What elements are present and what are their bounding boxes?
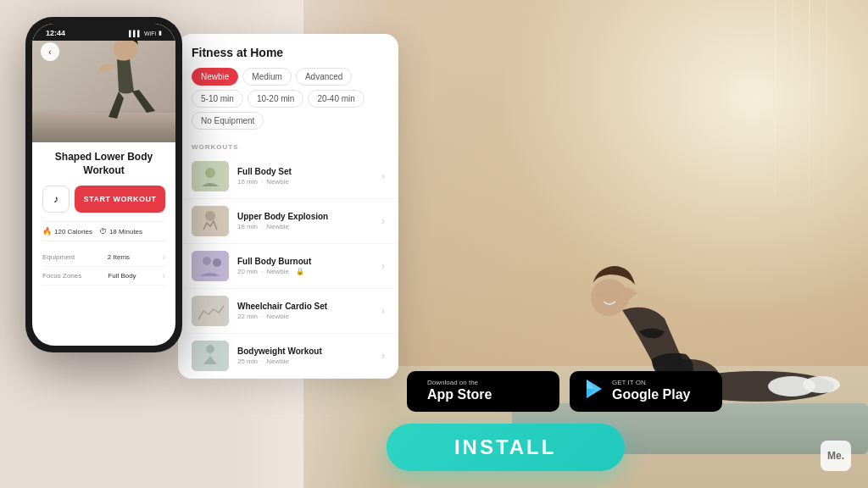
svg-rect-16 bbox=[192, 296, 229, 326]
workout-info-5: Bodyweight Workout 25 min · Newbie bbox=[237, 347, 373, 365]
calories-stat: 🔥 120 Calories bbox=[42, 227, 92, 236]
workout-dot-5: · bbox=[261, 358, 263, 365]
workout-meta-4: 22 min · Newbie bbox=[237, 313, 373, 320]
phone-workout-content: Shaped Lower Body Workout ♪ START WORKOU… bbox=[32, 142, 175, 294]
workout-duration-4: 22 min bbox=[237, 313, 258, 320]
workout-meta-2: 18 min · Newbie bbox=[237, 223, 373, 230]
workout-dot-3: · bbox=[261, 268, 263, 275]
app-panel: Fitness at Home Newbie Medium Advanced 5… bbox=[178, 34, 398, 379]
workout-name-5: Bodyweight Workout bbox=[237, 347, 373, 356]
download-section: Download on the App Store GET IT ON Goog… bbox=[407, 371, 722, 412]
equipment-row[interactable]: Equipment 2 Items › bbox=[42, 248, 165, 267]
workout-thumb-5 bbox=[192, 341, 229, 371]
workout-thumb-2 bbox=[192, 206, 229, 236]
phone-hero-overlay bbox=[32, 108, 175, 142]
filter-pill-newbie[interactable]: Newbie bbox=[192, 68, 238, 86]
fire-icon: 🔥 bbox=[42, 227, 52, 236]
equipment-arrow-icon: › bbox=[163, 252, 165, 262]
filter-pills-container: Newbie Medium Advanced 5-10 min 10-20 mi… bbox=[192, 68, 385, 130]
workout-name-2: Upper Body Explosion bbox=[237, 212, 373, 221]
app-panel-title: Fitness at Home bbox=[192, 46, 385, 59]
workout-arrow-5: › bbox=[381, 350, 385, 362]
google-play-button[interactable]: GET IT ON Google Play bbox=[570, 371, 722, 412]
workout-info-1: Full Body Set 16 min · Newbie bbox=[237, 167, 373, 186]
workout-arrow-3: › bbox=[381, 260, 385, 272]
focus-zones-value: Full Body bbox=[108, 272, 136, 280]
phone-hero-image: ‹ bbox=[32, 24, 175, 142]
filter-pill-20-40[interactable]: 20-40 min bbox=[308, 90, 364, 108]
workout-level-2: Newbie bbox=[266, 223, 289, 230]
workouts-section-label: WORKOUTS bbox=[178, 138, 398, 154]
workout-arrow-1: › bbox=[381, 170, 385, 182]
google-play-icon bbox=[583, 378, 605, 405]
google-play-name-text: Google Play bbox=[612, 386, 690, 402]
phone-status-icons: ▌▌▌ WiFi ▮ bbox=[129, 30, 162, 36]
workout-duration-3: 20 min bbox=[237, 268, 258, 275]
start-workout-button[interactable]: START WORKOUT bbox=[75, 186, 165, 213]
workout-dot-1: · bbox=[261, 178, 263, 186]
workout-duration-1: 16 min bbox=[237, 178, 258, 186]
phone-time: 12:44 bbox=[46, 29, 65, 37]
workout-meta-5: 25 min · Newbie bbox=[237, 358, 373, 365]
workout-name-3: Full Body Burnout bbox=[237, 257, 373, 266]
workout-dot-2: · bbox=[261, 223, 263, 230]
workout-item-2[interactable]: Upper Body Explosion 18 min · Newbie › bbox=[178, 199, 398, 244]
workout-arrow-4: › bbox=[381, 305, 385, 317]
equipment-label: Equipment bbox=[42, 253, 75, 261]
focus-zones-row[interactable]: Focus Zones Full Body › bbox=[42, 267, 165, 286]
filter-pill-medium[interactable]: Medium bbox=[242, 68, 292, 86]
wifi-icon: WiFi bbox=[144, 30, 156, 36]
workout-name-1: Full Body Set bbox=[237, 167, 373, 176]
battery-icon: ▮ bbox=[159, 30, 162, 36]
svg-rect-13 bbox=[192, 251, 229, 281]
workout-list: Full Body Set 16 min · Newbie › Upper Bo… bbox=[178, 154, 398, 379]
svg-point-10 bbox=[205, 168, 215, 178]
phone-notch bbox=[79, 24, 130, 37]
svg-point-12 bbox=[205, 211, 215, 221]
app-store-button[interactable]: Download on the App Store bbox=[407, 371, 559, 412]
app-store-text: Download on the App Store bbox=[427, 380, 492, 402]
duration-stat: ⏱ 18 Minutes bbox=[99, 227, 142, 236]
workout-info-4: Wheelchair Cardio Set 22 min · Newbie bbox=[237, 302, 373, 320]
filter-pill-no-equipment[interactable]: No Equipment bbox=[192, 112, 264, 130]
workout-duration-5: 25 min bbox=[237, 358, 258, 365]
install-button[interactable]: INSTALL bbox=[387, 424, 625, 471]
calories-value: 120 Calories bbox=[54, 228, 92, 236]
duration-value: 18 Minutes bbox=[109, 228, 142, 236]
workout-arrow-2: › bbox=[381, 215, 385, 227]
svg-point-14 bbox=[203, 257, 211, 265]
signal-icon: ▌▌▌ bbox=[129, 30, 142, 36]
workout-item-4[interactable]: Wheelchair Cardio Set 22 min · Newbie › bbox=[178, 289, 398, 334]
phone-action-row: ♪ START WORKOUT bbox=[42, 186, 165, 213]
workout-level-1: Newbie bbox=[266, 178, 289, 186]
focus-zones-label: Focus Zones bbox=[42, 272, 81, 280]
music-button[interactable]: ♪ bbox=[42, 186, 70, 213]
filter-pill-advanced[interactable]: Advanced bbox=[296, 68, 352, 86]
workout-thumb-4 bbox=[192, 296, 229, 326]
svg-point-4 bbox=[803, 376, 840, 393]
svg-point-15 bbox=[213, 258, 221, 267]
workout-item-3[interactable]: Full Body Burnout 20 min · Newbie 🔒 › bbox=[178, 244, 398, 289]
app-store-name-text: App Store bbox=[427, 386, 492, 402]
filter-pill-10-20[interactable]: 10-20 min bbox=[248, 90, 303, 108]
phone-back-button[interactable]: ‹ bbox=[41, 42, 59, 61]
workout-level-4: Newbie bbox=[266, 313, 289, 320]
workout-meta-3: 20 min · Newbie 🔒 bbox=[237, 268, 373, 275]
google-play-sub-text: GET IT ON bbox=[612, 380, 690, 386]
workout-meta-1: 16 min · Newbie bbox=[237, 178, 373, 186]
workout-item-1[interactable]: Full Body Set 16 min · Newbie › bbox=[178, 154, 398, 199]
workout-item-5[interactable]: Bodyweight Workout 25 min · Newbie › bbox=[178, 334, 398, 379]
workout-thumb-1 bbox=[192, 161, 229, 191]
svg-point-18 bbox=[206, 345, 214, 353]
workout-info-2: Upper Body Explosion 18 min · Newbie bbox=[237, 212, 373, 230]
workout-dot-4: · bbox=[261, 313, 263, 320]
focus-zones-arrow-icon: › bbox=[163, 271, 165, 280]
phone-mockup: 12:44 ▌▌▌ WiFi ▮ ‹ bbox=[25, 17, 195, 352]
workout-name-4: Wheelchair Cardio Set bbox=[237, 302, 373, 311]
google-play-text: GET IT ON Google Play bbox=[612, 380, 690, 402]
workout-lock-icon: 🔒 bbox=[296, 268, 304, 275]
workout-level-3: Newbie bbox=[266, 268, 289, 275]
workout-duration-2: 18 min bbox=[237, 223, 258, 230]
filter-pill-5-10[interactable]: 5-10 min bbox=[192, 90, 243, 108]
app-panel-header: Fitness at Home Newbie Medium Advanced 5… bbox=[178, 34, 398, 138]
